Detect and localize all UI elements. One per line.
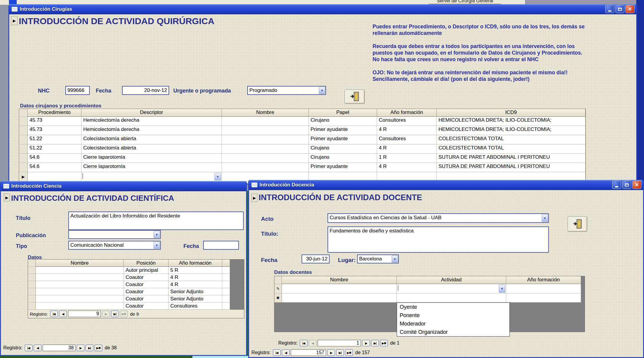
column-header[interactable]: Nombre bbox=[36, 260, 124, 267]
cell-descriptor[interactable]: Cierre laparotomía bbox=[81, 163, 222, 172]
cell-actividad-combobox[interactable]: ▼ bbox=[397, 284, 506, 294]
nav-first-button[interactable]: |◀ bbox=[50, 311, 58, 317]
record-number-input[interactable]: 9 bbox=[68, 311, 101, 317]
cell-nombre[interactable] bbox=[222, 135, 309, 144]
cell-anio[interactable] bbox=[506, 284, 581, 294]
column-header[interactable]: Papel bbox=[309, 109, 377, 117]
cell-icd9[interactable]: COLECISTECTOMIA TOTAL bbox=[437, 144, 586, 154]
record-number-input[interactable]: 1 bbox=[318, 340, 361, 346]
cell-anio[interactable]: Consultores bbox=[169, 303, 222, 310]
cell-nombre[interactable] bbox=[222, 117, 309, 126]
exit-form-button[interactable] bbox=[568, 216, 587, 232]
close-button[interactable]: ✕ bbox=[632, 181, 641, 189]
cell-descriptor[interactable]: Cierre laparotomía bbox=[81, 154, 222, 163]
cell-icd9[interactable]: HEMICOLECTOMIA DRETA; ILIO-COLECTOMIA; bbox=[437, 117, 586, 126]
lugar-combobox[interactable]: Barcelona ▼ bbox=[357, 254, 399, 263]
row-selector[interactable] bbox=[28, 267, 36, 274]
nav-first-button[interactable]: |◀ bbox=[273, 349, 281, 356]
column-header[interactable]: Año formación bbox=[506, 276, 581, 284]
titulo-field[interactable]: Fundamentos de diseño y estadística bbox=[328, 226, 549, 253]
record-selector-marker[interactable]: ▶ bbox=[251, 194, 257, 202]
nav-last-button[interactable]: ▶| bbox=[86, 345, 93, 351]
close-button[interactable]: ✕ bbox=[626, 5, 634, 13]
cell-nombre[interactable] bbox=[36, 281, 124, 288]
nav-last-button[interactable]: ▶| bbox=[336, 349, 344, 356]
nav-next-button[interactable]: ▶ bbox=[77, 345, 84, 351]
nhc-field[interactable]: 999666 bbox=[65, 86, 90, 95]
cell-icd9[interactable]: HEMICOLECTOMIA DRETA; ILIO-COLECTOMIA; bbox=[437, 126, 586, 135]
row-selector[interactable] bbox=[28, 288, 36, 295]
nav-prev-button[interactable]: ◀ bbox=[282, 349, 290, 356]
row-selector[interactable] bbox=[19, 126, 28, 135]
fecha-field[interactable]: 20-nov-12 bbox=[122, 86, 169, 95]
chevron-down-icon[interactable]: ▼ bbox=[154, 242, 160, 249]
cell-posicion[interactable]: Coautor bbox=[124, 281, 169, 288]
dropdown-option[interactable]: Comité Organizador bbox=[397, 328, 509, 336]
cell-actividad[interactable] bbox=[397, 294, 506, 303]
chevron-down-icon[interactable]: ▼ bbox=[542, 214, 548, 222]
nav-prev-button[interactable]: ◀ bbox=[309, 340, 316, 346]
titulo-field[interactable]: Actualización del Libro Informático del … bbox=[68, 212, 244, 230]
cell-procedimiento[interactable]: 45.73 bbox=[28, 126, 81, 135]
column-header[interactable]: Descriptor bbox=[81, 109, 222, 117]
cell-descriptor-combobox[interactable]: ▼ bbox=[81, 172, 222, 181]
maximize-button[interactable] bbox=[615, 5, 624, 13]
cell-anio[interactable] bbox=[506, 294, 581, 303]
record-selector-marker[interactable]: ▶ bbox=[4, 194, 10, 201]
row-selector[interactable]: ▶ bbox=[19, 172, 28, 181]
cell-nombre[interactable] bbox=[222, 144, 309, 154]
minimize-button[interactable] bbox=[605, 5, 614, 13]
cell-anio[interactable]: Senior Adjunto bbox=[169, 295, 222, 303]
exit-form-button[interactable] bbox=[345, 90, 365, 104]
cell-procedimiento[interactable]: 54.6 bbox=[28, 163, 81, 172]
cell-icd9[interactable]: SUTURA DE PARET ABDOMINAL I PERITONEU bbox=[437, 154, 586, 163]
dropdown-option[interactable]: Moderador bbox=[397, 320, 509, 328]
column-header[interactable]: Año formación bbox=[169, 260, 222, 267]
fecha-field[interactable]: 30-jun-12 bbox=[302, 254, 330, 263]
nav-prev-button[interactable]: ◀ bbox=[59, 311, 67, 317]
urgente-combobox[interactable]: Programado ▼ bbox=[247, 86, 326, 95]
cell-icd9[interactable]: SUTURA DE PARET ABDOMINAL I PERITONEU bbox=[437, 163, 586, 172]
nav-next-button[interactable]: ▶ bbox=[327, 349, 335, 356]
nav-last-button[interactable]: ▶| bbox=[111, 311, 119, 317]
titlebar-cirugias[interactable]: Introducción Cirugías ✕ bbox=[9, 4, 636, 14]
cell-papel[interactable]: Cirujano bbox=[309, 117, 377, 126]
cell-anio[interactable]: 4 R bbox=[377, 144, 437, 154]
nav-next-button[interactable]: ▶ bbox=[102, 311, 110, 317]
cell-nombre[interactable] bbox=[222, 154, 309, 163]
cell-icd9[interactable]: COLECISTECTOMIA TOTAL bbox=[437, 135, 586, 144]
row-selector[interactable]: ✱ bbox=[274, 294, 282, 303]
cell-nombre[interactable] bbox=[36, 288, 124, 295]
cell-procedimiento[interactable]: 51.22 bbox=[28, 135, 81, 144]
record-selector-marker[interactable]: ▶ bbox=[11, 16, 18, 25]
record-number-input[interactable]: 157 bbox=[291, 349, 326, 356]
column-header[interactable]: Procedimiento bbox=[28, 109, 81, 117]
cell-procedimiento[interactable] bbox=[28, 172, 81, 181]
column-header[interactable]: Nombre bbox=[222, 109, 309, 117]
nav-first-button[interactable]: |◀ bbox=[300, 340, 308, 346]
row-selector[interactable] bbox=[19, 144, 28, 154]
minimize-button[interactable] bbox=[612, 181, 621, 189]
cell-papel[interactable]: Primer ayudante bbox=[309, 163, 377, 172]
cell-posicion[interactable]: Coautor bbox=[124, 303, 169, 310]
cell-anio[interactable]: Consultores bbox=[377, 135, 437, 144]
nav-next-button[interactable]: ▶ bbox=[362, 340, 370, 346]
chevron-down-icon[interactable]: ▼ bbox=[214, 173, 221, 180]
cell-posicion[interactable]: Autor principal bbox=[124, 267, 169, 274]
cell-nombre[interactable] bbox=[36, 274, 124, 281]
titlebar-docencia[interactable]: Introducción Docencia ✕ bbox=[249, 180, 643, 190]
cell-nombre[interactable] bbox=[282, 294, 397, 303]
nav-new-record-button[interactable]: ▶✱ bbox=[380, 340, 388, 346]
cell-descriptor[interactable]: Hemicolectomía derecha bbox=[81, 117, 222, 126]
cell-papel[interactable]: Cirujano bbox=[309, 154, 377, 163]
nav-prev-button[interactable]: ◀ bbox=[34, 345, 41, 351]
column-header[interactable]: Año formación bbox=[377, 109, 437, 117]
nav-new-record-button[interactable]: ▶✱ bbox=[345, 349, 353, 356]
cell-posicion[interactable]: Coautor bbox=[124, 274, 169, 281]
row-selector[interactable]: ✎ bbox=[274, 284, 282, 294]
cell-procedimiento[interactable]: 45.73 bbox=[28, 117, 81, 126]
column-header[interactable]: Actividad bbox=[397, 276, 506, 284]
cell-papel[interactable]: Primer ayudante bbox=[309, 126, 377, 135]
column-header[interactable]: Nombre bbox=[282, 276, 397, 284]
cell-descriptor[interactable]: Colecistectomía abierta bbox=[81, 144, 222, 154]
